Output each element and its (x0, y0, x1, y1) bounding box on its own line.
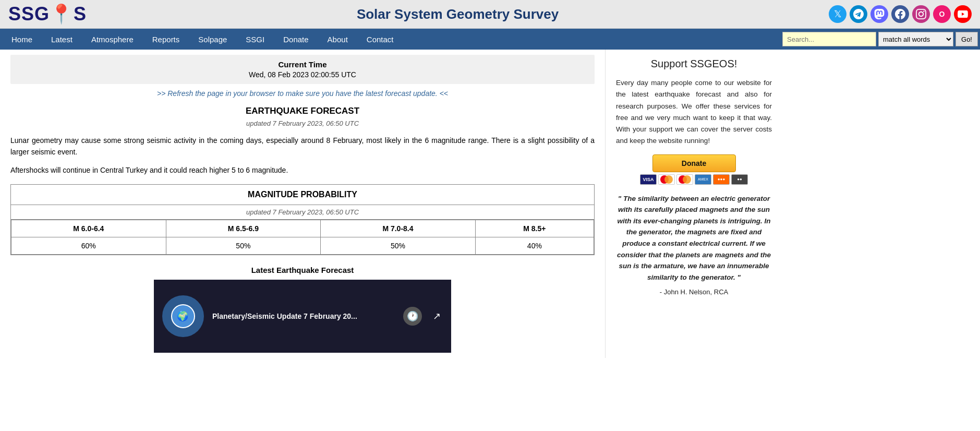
nav-atmosphere[interactable]: Atmosphere (82, 29, 143, 50)
mag-col-3: M 7.0-8.4 (321, 220, 476, 237)
navbar: Home Latest Atmosphere Reports Solpage S… (0, 29, 980, 50)
odysee-icon[interactable]: O (933, 5, 951, 23)
payment-icons: VISA AMEX ●●● ●● (616, 174, 772, 185)
eq-forecast-text2: Aftershocks will continue in Central Tur… (10, 164, 595, 176)
youtube-icon[interactable] (954, 5, 972, 23)
eq-forecast-title: EARTHQUAKE FORECAST (10, 106, 595, 116)
mag-prob-title: MAGNITUDE PROBABILITY (11, 185, 594, 205)
mag-val-2: 50% (166, 237, 321, 255)
mastercard-icon (658, 174, 675, 185)
nav-ssgi[interactable]: SSGI (236, 29, 274, 50)
earthquake-forecast: EARTHQUAKE FORECAST updated 7 February 2… (10, 106, 595, 176)
donate-button-area: Donate VISA AMEX ●●● ●● (616, 154, 772, 185)
svg-point-5 (683, 175, 691, 184)
svg-point-3 (664, 175, 673, 184)
latest-eq-title: Latest Earthquake Forecast (10, 266, 595, 274)
logo-area: SSG📍S (8, 3, 87, 25)
visa-icon: VISA (640, 174, 657, 185)
nav-home[interactable]: Home (2, 29, 42, 50)
quote-box: " The similarity between an electric gen… (616, 193, 772, 298)
nav-donate[interactable]: Donate (274, 29, 318, 50)
instagram-icon[interactable] (912, 5, 930, 23)
magnitude-probability-box: MAGNITUDE PROBABILITY updated 7 February… (10, 184, 595, 255)
sidebar-support-text: Every day many people come to our websit… (616, 77, 772, 147)
mag-col-1: M 6.0-6.4 (11, 220, 166, 237)
video-thumbnail[interactable]: 🌍 Planetary/Seismic Update 7 February 20… (154, 280, 451, 353)
eq-forecast-updated: updated 7 February 2023, 06:50 UTC (10, 119, 595, 127)
search-go-button[interactable]: Go! (955, 32, 978, 46)
search-area: match all words match any word match exa… (782, 32, 978, 46)
twitter-icon[interactable]: 𝕏 (829, 5, 846, 23)
mag-val-4: 40% (475, 237, 594, 255)
other-pay-icon: ●● (731, 174, 748, 185)
latest-eq-section: Latest Earthquake Forecast 🌍 Planetary/S… (10, 266, 595, 353)
social-icons: 𝕏 O (829, 5, 972, 23)
header: SSG📍S Solar System Geometry Survey 𝕏 O (0, 0, 980, 29)
nav-solpage[interactable]: Solpage (189, 29, 236, 50)
nav-contact[interactable]: Contact (357, 29, 403, 50)
current-time-box: Current Time Wed, 08 Feb 2023 02:00:55 U… (10, 55, 595, 84)
mastodon-icon[interactable] (870, 5, 888, 23)
amex-icon: AMEX (695, 174, 711, 185)
logo-text: SSG📍S (8, 3, 87, 25)
current-time-value: Wed, 08 Feb 2023 02:00:55 UTC (16, 70, 589, 79)
quote-text: " The similarity between an electric gen… (616, 193, 772, 283)
nav-reports[interactable]: Reports (143, 29, 189, 50)
mastercard2-icon (676, 174, 693, 185)
mag-val-1: 60% (11, 237, 166, 255)
sidebar: Support SSGEOS! Every day many people co… (605, 50, 782, 358)
mag-prob-table: M 6.0-6.4 M 6.5-6.9 M 7.0-8.4 M 8.5+ 60%… (11, 220, 594, 255)
mag-col-2: M 6.5-6.9 (166, 220, 321, 237)
nav-latest[interactable]: Latest (42, 29, 82, 50)
video-title-text: Planetary/Seismic Update 7 February 20..… (204, 307, 398, 326)
svg-text:🌍: 🌍 (177, 310, 189, 322)
search-match-select[interactable]: match all words match any word match exa… (878, 32, 953, 46)
nav-about[interactable]: About (318, 29, 357, 50)
refresh-notice: >> Refresh the page in your browser to m… (10, 89, 595, 98)
facebook-icon[interactable] (891, 5, 909, 23)
main-layout: Current Time Wed, 08 Feb 2023 02:00:55 U… (0, 50, 980, 358)
eq-forecast-text1: Lunar geometry may cause some strong sei… (10, 135, 595, 158)
quote-author: - John H. Nelson, RCA (616, 287, 772, 298)
current-time-label: Current Time (16, 60, 589, 69)
sidebar-support-title: Support SSGEOS! (616, 58, 772, 70)
video-clock-icon: 🕐 (403, 307, 422, 326)
mag-prob-updated: updated 7 February 2023, 06:50 UTC (11, 205, 594, 220)
site-title: Solar System Geometry Survey (87, 6, 829, 22)
donate-button[interactable]: Donate (652, 154, 736, 172)
telegram-icon[interactable] (850, 5, 867, 23)
video-share-icon[interactable]: ↗ (427, 307, 446, 326)
mag-col-4: M 8.5+ (475, 220, 594, 237)
content-area: Current Time Wed, 08 Feb 2023 02:00:55 U… (0, 50, 605, 358)
discover-icon: ●●● (713, 174, 730, 185)
search-input[interactable] (782, 32, 876, 46)
mag-val-3: 50% (321, 237, 476, 255)
video-thumbnail-img: 🌍 (162, 295, 204, 337)
